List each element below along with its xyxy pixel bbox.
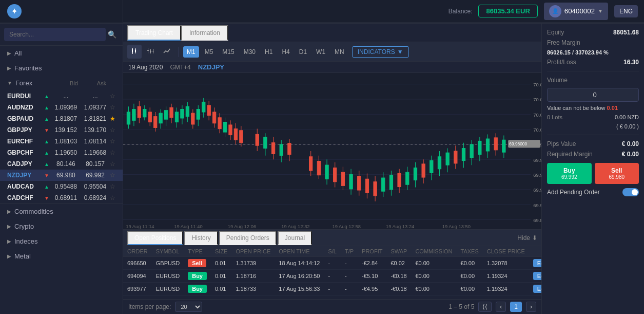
profit-loss-value: 16.30: [623, 59, 639, 66]
buy-button[interactable]: Buy 69.992: [547, 163, 592, 184]
tab-pending-orders[interactable]: Pending Orders: [219, 231, 277, 245]
favorite-button[interactable]: ☆: [110, 126, 115, 134]
svg-text:69.88: 69.88: [533, 217, 541, 223]
arrow-up-icon: ▲: [44, 150, 49, 156]
close-price: 1.19324: [483, 270, 529, 283]
lots-value: 0.00 NZD: [615, 114, 639, 120]
forex-row-eurdui[interactable]: EURDUI ▲ ... ... ☆: [0, 90, 123, 102]
pagination-bar: Items per page: 20 50 100 1 – 5 of 5 ⟨⟨ …: [123, 299, 541, 314]
volume-input[interactable]: [548, 88, 639, 101]
svg-rect-120: [430, 160, 433, 173]
chart-toolbar: M1 M5 M15 M30 H1 H4 D1 W1 MN INDICATORS …: [123, 42, 541, 62]
svg-rect-100: [349, 175, 353, 189]
forex-row-cadjpy[interactable]: CADJPY ▲ 80.146 80.157 ☆: [0, 158, 123, 170]
sell-button[interactable]: Sell 69.980: [595, 163, 639, 184]
forex-row-cadchf[interactable]: CADCHF ▼ 0.68911 0.68924 ☆: [0, 192, 123, 204]
forex-row-gbpaud[interactable]: GBPAUD ▲ 1.81807 1.81821 ★: [0, 113, 123, 124]
type: Buy: [184, 283, 211, 295]
favorite-button[interactable]: ☆: [110, 93, 115, 100]
edit-button[interactable]: Edit: [533, 285, 541, 293]
col-tp: T/P: [341, 246, 358, 257]
user-button[interactable]: 👤 60400002 ▼: [544, 3, 608, 20]
favorite-button[interactable]: ☆: [110, 104, 115, 111]
tf-m30[interactable]: M30: [240, 46, 259, 58]
line-chart-btn[interactable]: [160, 45, 174, 59]
forex-row-audcad[interactable]: AUDCAD ▲ 0.95488 0.95504 ☆: [0, 181, 123, 192]
svg-rect-130: [470, 144, 473, 158]
edit-button[interactable]: Edit: [533, 272, 541, 280]
tab-trading-chart[interactable]: Trading Chart: [127, 25, 181, 41]
free-margin-label: Free Margin: [547, 39, 580, 46]
req-margin-value: € 0.00: [622, 151, 639, 158]
tab-open-positions[interactable]: Open Positions: [127, 231, 183, 245]
candlestick-chart-btn[interactable]: [127, 45, 142, 59]
type-badge-buy: Buy: [188, 272, 207, 280]
page-first-button[interactable]: ⟨⟨: [478, 302, 492, 312]
symbol: GBPUSD: [152, 257, 184, 270]
sidebar-item-indices[interactable]: ▶ Indeces: [0, 234, 123, 249]
page-1-button[interactable]: 1: [510, 302, 522, 312]
sidebar-item-metal[interactable]: ▶ Metal: [0, 249, 123, 264]
favorite-button[interactable]: ☆: [110, 172, 115, 179]
sidebar-item-commodities[interactable]: ▶ Commodities: [0, 204, 123, 219]
favorite-button[interactable]: ☆: [110, 160, 115, 168]
per-page-select[interactable]: 20 50 100: [175, 302, 202, 312]
svg-text:19 Aug 13:50: 19 Aug 13:50: [442, 224, 471, 229]
tab-information[interactable]: Information: [181, 25, 228, 41]
search-input[interactable]: [4, 28, 106, 41]
language-button[interactable]: ENG: [614, 5, 638, 17]
svg-text:19 Aug 12:06: 19 Aug 12:06: [228, 224, 256, 229]
bar-chart-btn[interactable]: [144, 45, 158, 59]
tf-mn[interactable]: MN: [331, 46, 348, 58]
forex-row-nzdjpy[interactable]: NZDJPY ▼ 69.980 69.992 ☆: [0, 170, 123, 181]
sidebar-item-favorites[interactable]: ▶ Favorites: [0, 61, 123, 76]
hide-button[interactable]: Hide ⬇: [517, 234, 537, 242]
bottom-tabs: Open Positions History Pending Orders Jo…: [123, 230, 541, 246]
svg-rect-74: [229, 125, 232, 135]
page-next-button[interactable]: ›: [526, 302, 536, 312]
open-price: 1.18716: [231, 270, 275, 283]
user-id: 60400002: [564, 7, 595, 15]
favorite-button[interactable]: ☆: [110, 138, 115, 145]
tf-d1[interactable]: D1: [296, 46, 310, 58]
sidebar-item-crypto[interactable]: ▶ Crypto: [0, 219, 123, 234]
sidebar-item-all[interactable]: ▶ All: [0, 46, 123, 61]
chevron-down-icon: ▼: [598, 8, 603, 14]
forex-row-eurchf[interactable]: EURCHF ▲ 1.08103 1.08114 ☆: [0, 136, 123, 147]
tab-journal[interactable]: Journal: [278, 231, 312, 245]
search-icon[interactable]: 🔍: [106, 28, 119, 41]
chart-area[interactable]: .grid-line { stroke: #2a3050; stroke-wid…: [123, 73, 541, 229]
tab-history[interactable]: History: [184, 231, 218, 245]
symbol-name: EURCHF: [7, 138, 44, 145]
equity-value: 86051.68: [613, 29, 639, 36]
pending-order-toggle[interactable]: [622, 188, 639, 196]
forex-row-audnzd[interactable]: AUDNZD ▲ 1.09369 1.09377 ☆: [0, 102, 123, 113]
tf-w1[interactable]: W1: [313, 46, 329, 58]
favorite-button[interactable]: ☆: [110, 194, 115, 201]
favorite-button[interactable]: ☆: [110, 183, 115, 190]
favorite-button[interactable]: ☆: [110, 149, 115, 156]
svg-rect-5: [135, 52, 136, 53]
per-page-label: Items per page:: [128, 303, 171, 310]
indicators-button[interactable]: INDICATORS ▼: [352, 46, 409, 58]
svg-rect-2: [132, 53, 133, 54]
tf-m1[interactable]: M1: [183, 46, 199, 58]
favorite-button[interactable]: ★: [110, 115, 115, 122]
forex-row-gbpjpy[interactable]: GBPJPY ▼ 139.152 139.170 ☆: [0, 124, 123, 136]
tf-m15[interactable]: M15: [219, 46, 238, 58]
svg-text:70.02: 70.02: [533, 112, 541, 118]
page-prev-button[interactable]: ‹: [496, 302, 506, 312]
tf-h4[interactable]: H4: [278, 46, 293, 58]
col-close-price: CLOSE PRICE: [483, 246, 529, 257]
tf-h1[interactable]: H1: [261, 46, 276, 58]
bid-value: 1.19650: [51, 149, 81, 156]
forex-row-gbpchf[interactable]: GBPCHF ▲ 1.19650 1.19668 ☆: [0, 147, 123, 158]
svg-rect-132: [478, 141, 481, 154]
lots-sub-row: ( € 0.00 ): [547, 123, 639, 130]
forex-header[interactable]: ▼ Forex Bid Ask: [0, 76, 123, 90]
svg-text:19 Aug 13:24: 19 Aug 13:24: [386, 224, 415, 229]
edit-button[interactable]: Edit: [533, 259, 541, 267]
tf-m5[interactable]: M5: [201, 46, 217, 58]
svg-rect-122: [438, 157, 441, 169]
svg-rect-38: [132, 109, 135, 121]
